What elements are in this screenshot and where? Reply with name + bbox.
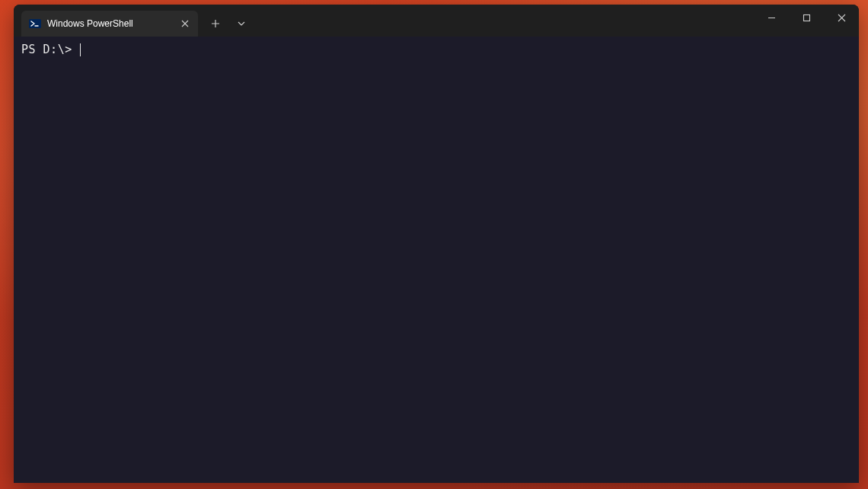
minimize-button[interactable] bbox=[754, 5, 789, 30]
prompt-line: PS D:\> bbox=[21, 43, 851, 58]
maximize-icon bbox=[803, 14, 811, 22]
tab-close-button[interactable] bbox=[178, 17, 192, 30]
tab-powershell[interactable]: Windows PowerShell bbox=[21, 11, 198, 37]
minimize-icon bbox=[767, 14, 776, 22]
terminal-window: Windows PowerShell bbox=[14, 5, 859, 483]
tab-title: Windows PowerShell bbox=[47, 18, 172, 29]
plus-icon bbox=[211, 19, 220, 28]
maximize-button[interactable] bbox=[789, 5, 824, 30]
close-icon bbox=[181, 20, 189, 27]
new-tab-button[interactable] bbox=[203, 11, 228, 37]
terminal-viewport[interactable]: PS D:\> bbox=[14, 37, 859, 483]
tab-dropdown-button[interactable] bbox=[228, 11, 254, 37]
window-controls bbox=[754, 5, 859, 30]
svg-rect-0 bbox=[29, 19, 41, 28]
tab-actions bbox=[203, 5, 254, 37]
prompt-text: PS D:\> bbox=[21, 43, 79, 58]
powershell-icon bbox=[29, 18, 41, 30]
close-icon bbox=[838, 14, 846, 22]
text-cursor bbox=[80, 43, 81, 56]
tab-strip: Windows PowerShell bbox=[14, 5, 254, 37]
svg-rect-7 bbox=[803, 14, 809, 21]
titlebar[interactable]: Windows PowerShell bbox=[14, 5, 859, 37]
close-window-button[interactable] bbox=[824, 5, 859, 30]
chevron-down-icon bbox=[237, 19, 246, 28]
